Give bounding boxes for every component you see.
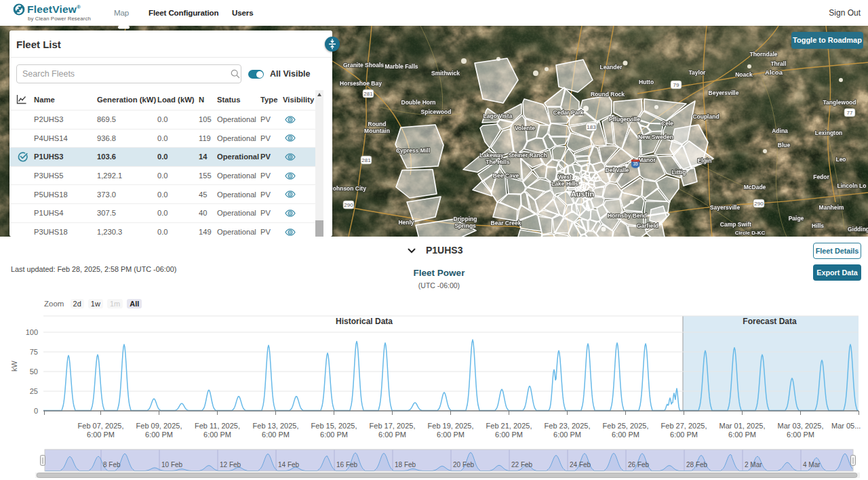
svg-text:75: 75: [30, 348, 38, 356]
svg-text:Marble Falls: Marble Falls: [384, 63, 418, 70]
svg-text:12 Feb: 12 Feb: [220, 461, 241, 468]
svg-text:Horseshoe Bay: Horseshoe Bay: [340, 80, 382, 87]
svg-text:Blue: Blue: [778, 142, 791, 148]
svg-text:Feb 11, 2025,: Feb 11, 2025,: [195, 422, 240, 430]
svg-text:Feb 27, 2025,: Feb 27, 2025,: [661, 422, 707, 430]
svg-text:6:00 PM: 6:00 PM: [320, 431, 348, 439]
svg-text:Taylor: Taylor: [689, 69, 707, 76]
svg-text:McDade: McDade: [744, 184, 766, 191]
svg-text:Gidding: Gidding: [848, 226, 868, 233]
svg-text:Lexington: Lexington: [815, 129, 843, 136]
svg-text:183: 183: [587, 124, 596, 130]
svg-text:Lake Hills: Lake Hills: [551, 180, 578, 187]
svg-text:4 Mar: 4 Mar: [803, 461, 821, 468]
svg-text:35: 35: [633, 161, 638, 166]
svg-text:Noack: Noack: [735, 71, 753, 78]
svg-text:50: 50: [30, 367, 38, 376]
svg-text:Feb 15, 2025,: Feb 15, 2025,: [311, 422, 357, 430]
svg-text:Hills: Hills: [812, 222, 824, 229]
svg-text:14 Feb: 14 Feb: [278, 461, 300, 468]
svg-text:Pflugerville: Pflugerville: [609, 116, 640, 123]
svg-text:Garfield: Garfield: [637, 222, 658, 229]
svg-text:Smithwick: Smithwick: [431, 70, 460, 77]
svg-text:24 Feb: 24 Feb: [570, 461, 591, 468]
svg-text:6:00 PM: 6:00 PM: [612, 431, 639, 439]
svg-text:Beyersville: Beyersville: [709, 89, 739, 96]
svg-text:Lincoln Lo: Lincoln Lo: [837, 182, 867, 189]
svg-text:6:00 PM: 6:00 PM: [553, 431, 581, 439]
svg-text:Round: Round: [368, 121, 387, 127]
svg-text:Lakeway: Lakeway: [479, 152, 504, 159]
svg-text:Tanglewood: Tanglewood: [823, 99, 856, 106]
svg-text:Bee Cave: Bee Cave: [493, 172, 519, 179]
svg-text:Bear Creek: Bear Creek: [491, 220, 521, 226]
svg-text:290: 290: [754, 201, 764, 207]
svg-text:6:00 PM: 6:00 PM: [437, 431, 465, 439]
svg-text:Coupland: Coupland: [692, 113, 719, 120]
svg-text:6:00 PM: 6:00 PM: [728, 431, 756, 439]
svg-text:Littig: Littig: [672, 169, 686, 176]
svg-text:kW: kW: [10, 360, 18, 372]
svg-text:20 Feb: 20 Feb: [453, 461, 475, 468]
svg-text:West: West: [558, 174, 572, 180]
svg-text:28 Feb: 28 Feb: [686, 461, 708, 468]
svg-text:Springs: Springs: [454, 222, 476, 229]
svg-text:Feb 09, 2025,: Feb 09, 2025,: [136, 422, 182, 430]
svg-text:Manor: Manor: [638, 157, 656, 163]
svg-text:6:00 PM: 6:00 PM: [378, 431, 406, 439]
svg-text:Feb 13, 2025,: Feb 13, 2025,: [253, 422, 299, 430]
svg-text:16 Feb: 16 Feb: [336, 461, 358, 468]
svg-text:Elgin: Elgin: [698, 157, 712, 164]
svg-text:Hutto: Hutto: [639, 79, 654, 85]
svg-text:8 Feb: 8 Feb: [103, 461, 121, 468]
svg-text:Hornsby Bend: Hornsby Bend: [608, 212, 647, 219]
svg-text:26 Feb: 26 Feb: [628, 461, 650, 468]
svg-text:100: 100: [26, 328, 38, 336]
svg-text:Volente: Volente: [515, 125, 535, 132]
svg-text:Henly: Henly: [398, 219, 414, 226]
svg-text:Historical Data: Historical Data: [336, 317, 393, 326]
svg-text:10 Feb: 10 Feb: [161, 461, 183, 468]
svg-text:6:00 PM: 6:00 PM: [145, 431, 173, 439]
svg-text:Granite Shoals: Granite Shoals: [343, 62, 384, 68]
svg-text:Camp Swift: Camp Swift: [720, 221, 751, 228]
svg-text:Thrall: Thrall: [770, 60, 786, 67]
svg-text:6:00 PM: 6:00 PM: [87, 431, 115, 439]
svg-text:Feb 07, 2025,: Feb 07, 2025,: [78, 422, 124, 430]
svg-text:Lago Vista: Lago Vista: [484, 113, 513, 119]
svg-text:Sayersville: Sayersville: [710, 204, 741, 211]
svg-text:Alcoa: Alcoa: [765, 68, 783, 76]
svg-text:290: 290: [344, 202, 353, 208]
svg-text:0: 0: [34, 407, 38, 415]
svg-text:6:00 PM: 6:00 PM: [670, 431, 698, 439]
svg-text:281: 281: [361, 157, 371, 163]
svg-text:Feb 23, 2025,: Feb 23, 2025,: [545, 422, 591, 430]
svg-text:New Sweden: New Sweden: [638, 134, 673, 140]
svg-text:Feb 19, 2025,: Feb 19, 2025,: [428, 422, 474, 430]
svg-text:2 Mar: 2 Mar: [745, 461, 762, 468]
svg-text:6:00 PM: 6:00 PM: [495, 431, 523, 439]
svg-text:Paige: Paige: [789, 215, 804, 222]
svg-text:Mountain: Mountain: [364, 127, 390, 134]
svg-text:6:00 PM: 6:00 PM: [262, 431, 290, 439]
svg-text:281: 281: [363, 91, 373, 97]
svg-text:Mar 01, 2025,: Mar 01, 2025,: [719, 422, 766, 430]
svg-text:6:00 PM: 6:00 PM: [203, 431, 231, 439]
svg-text:Thorndale: Thorndale: [749, 51, 777, 58]
svg-text:Del Valle: Del Valle: [606, 167, 629, 174]
svg-text:Spicewood: Spicewood: [421, 108, 452, 115]
svg-text:77: 77: [847, 110, 853, 116]
svg-text:Fedor: Fedor: [813, 174, 829, 180]
svg-text:79: 79: [673, 82, 679, 88]
svg-text:The Hills: The Hills: [486, 159, 510, 165]
svg-text:22 Feb: 22 Feb: [511, 461, 533, 468]
svg-text:6:00 PM: 6:00 PM: [787, 431, 814, 439]
svg-text:Cele: Cele: [661, 120, 673, 127]
svg-text:Cedar Park: Cedar Park: [553, 109, 584, 116]
svg-text:Manheim: Manheim: [819, 204, 844, 211]
svg-text:Cypress Mill: Cypress Mill: [396, 147, 430, 154]
svg-text:Leo: Leo: [835, 156, 846, 163]
svg-text:Feb 25, 2025,: Feb 25, 2025,: [603, 422, 649, 430]
svg-text:Dripping: Dripping: [454, 216, 477, 222]
svg-text:18 Feb: 18 Feb: [395, 461, 416, 468]
